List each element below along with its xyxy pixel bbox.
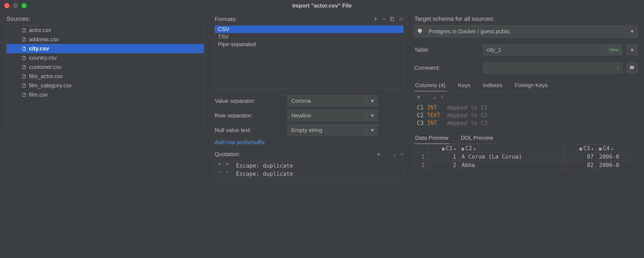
file-icon bbox=[22, 28, 26, 33]
source-item-label: film.csv bbox=[29, 92, 48, 98]
cell[interactable]: Abha bbox=[459, 161, 565, 169]
file-icon bbox=[22, 37, 26, 42]
add-format-icon[interactable]: + bbox=[374, 16, 378, 23]
preview-tab[interactable]: DDL Preview bbox=[460, 132, 494, 144]
file-icon bbox=[22, 55, 26, 61]
format-item[interactable]: TSV bbox=[215, 33, 403, 40]
column-header[interactable]: ▦C4◆ bbox=[596, 144, 637, 152]
quotation-add-icon[interactable]: + bbox=[377, 151, 380, 158]
file-icon bbox=[22, 46, 26, 52]
cell[interactable]: 1 bbox=[428, 152, 459, 161]
quotation-label: Quotation: bbox=[215, 151, 240, 158]
comment-label: Comment: bbox=[414, 64, 479, 71]
preview-tab[interactable]: Data Preview bbox=[414, 132, 449, 144]
maximize-window-button[interactable] bbox=[22, 3, 26, 8]
row-number: 2 bbox=[414, 161, 428, 169]
column-mapping-row[interactable]: C1 INT mapped to C1 bbox=[417, 104, 635, 112]
row-separator-value: Newline bbox=[288, 112, 367, 119]
svg-point-0 bbox=[419, 30, 419, 30]
cell[interactable]: 2 bbox=[428, 161, 459, 169]
tab[interactable]: Foreign Keys bbox=[514, 80, 548, 92]
svg-point-1 bbox=[420, 30, 421, 30]
sources-list[interactable]: actor.csvaddress.csvcity.csvcountry.csvc… bbox=[6, 25, 204, 130]
source-item-label: city.csv bbox=[29, 45, 49, 52]
tab[interactable]: Keys bbox=[457, 80, 472, 92]
quotation-item[interactable]: " " Escape: duplicate bbox=[215, 162, 403, 170]
column-up-icon: ▴ bbox=[433, 93, 436, 101]
data-preview-table[interactable]: ▦C1◆▦C2◆▦C3◆▦C4◆ 11A Corua (La Corua)872… bbox=[414, 144, 638, 169]
source-item[interactable]: address.csv bbox=[7, 35, 204, 44]
cell[interactable]: 2006-0 bbox=[596, 152, 637, 161]
chevron-down-icon: ▾ bbox=[626, 26, 637, 37]
format-item[interactable]: CSV bbox=[215, 26, 403, 33]
null-text-combo[interactable]: Empty string ▾ bbox=[288, 124, 378, 136]
column-icon: ▦ bbox=[599, 146, 602, 151]
file-icon bbox=[22, 83, 26, 88]
column-down-icon: ▾ bbox=[440, 93, 444, 101]
row-separator-combo[interactable]: Newline ▾ bbox=[288, 110, 378, 121]
remove-format-icon[interactable]: − bbox=[382, 16, 386, 23]
source-item[interactable]: country.csv bbox=[7, 53, 204, 62]
minimize-window-button[interactable] bbox=[13, 3, 18, 8]
cell[interactable]: A Corua (La Corua) bbox=[459, 152, 565, 161]
tab[interactable]: Columns (4) bbox=[414, 80, 446, 92]
value-separator-label: Value separator: bbox=[215, 98, 288, 104]
column-icon: ▦ bbox=[580, 146, 582, 151]
formats-list[interactable]: CSVTSVPipe-separated bbox=[215, 25, 404, 89]
quotation-list[interactable]: " " Escape: duplicate' ' Escape: duplica… bbox=[215, 162, 404, 178]
value-separator-value: Comma bbox=[288, 98, 367, 104]
column-add-icon[interactable]: + bbox=[417, 93, 421, 101]
column-mapping-row[interactable]: C3 INT mapped to C3 bbox=[417, 119, 635, 127]
comment-input[interactable]: ⤢ bbox=[483, 62, 622, 74]
window-title: Import "actor.csv" File bbox=[292, 2, 352, 9]
copy-format-icon[interactable] bbox=[390, 17, 394, 22]
table-row[interactable]: 11A Corua (La Corua)872006-0 bbox=[414, 152, 638, 161]
cell[interactable]: 87 bbox=[565, 152, 596, 161]
column-icon: ▦ bbox=[442, 146, 444, 151]
table-label: Table: bbox=[414, 46, 479, 53]
source-item-label: customer.csv bbox=[29, 64, 62, 70]
quotation-item[interactable]: ' ' Escape: duplicate bbox=[215, 170, 403, 178]
file-icon bbox=[22, 74, 26, 79]
table-row[interactable]: 22Abha822006-0 bbox=[414, 161, 638, 169]
postgres-icon bbox=[414, 28, 425, 34]
source-item[interactable]: actor.csv bbox=[7, 26, 204, 35]
chevron-down-icon: ▾ bbox=[367, 125, 378, 136]
source-item[interactable]: film_category.csv bbox=[7, 81, 204, 90]
table-dropdown-button[interactable]: ▾ bbox=[626, 44, 638, 56]
source-item-label: actor.csv bbox=[29, 27, 51, 34]
source-item[interactable]: city.csv bbox=[7, 44, 204, 53]
target-schema-combo[interactable]: Postgres in Docker / guest.public ▾ bbox=[414, 25, 638, 37]
add-prefix-suffix-link[interactable]: Add row prefix/suffix bbox=[215, 139, 404, 146]
source-item[interactable]: customer.csv bbox=[7, 62, 204, 72]
column-header[interactable]: ▦C2◆ bbox=[459, 144, 565, 152]
close-window-button[interactable] bbox=[4, 3, 10, 8]
file-icon bbox=[22, 92, 26, 98]
column-mapping-row[interactable]: C2 TEXT mapped to C2 bbox=[417, 112, 635, 119]
value-separator-combo[interactable]: Comma ▾ bbox=[288, 95, 378, 106]
column-header[interactable]: ▦C3◆ bbox=[565, 144, 596, 152]
table-name-value: city_1 bbox=[483, 46, 608, 53]
column-icon: ▦ bbox=[462, 146, 464, 151]
chevron-down-icon: ▾ bbox=[367, 110, 378, 121]
comment-action-button[interactable] bbox=[626, 62, 638, 74]
column-header[interactable]: ▦C1◆ bbox=[428, 144, 459, 152]
target-schema-value: Postgres in Docker / guest.public bbox=[425, 28, 626, 35]
quotation-up-icon: ▴ bbox=[393, 150, 396, 158]
source-item[interactable]: film.csv bbox=[7, 90, 204, 100]
tab[interactable]: Indexes bbox=[482, 80, 503, 92]
titlebar: Import "actor.csv" File bbox=[0, 0, 644, 11]
column-mapping-list[interactable]: C1 INT mapped to C1C2 TEXT mapped to C2C… bbox=[414, 102, 638, 128]
row-number-header bbox=[414, 144, 428, 152]
formats-label: Formats: bbox=[215, 16, 237, 22]
format-item[interactable]: Pipe-separated bbox=[215, 40, 403, 48]
cell[interactable]: 82 bbox=[565, 161, 596, 169]
null-text-value: Empty string bbox=[288, 127, 367, 134]
preview-tabs: Data PreviewDDL Preview bbox=[414, 132, 638, 144]
source-item-label: film_category.csv bbox=[29, 82, 72, 89]
cell[interactable]: 2006-0 bbox=[596, 161, 637, 169]
quotation-remove-icon: − bbox=[385, 151, 388, 158]
source-item[interactable]: film_actor.csv bbox=[7, 72, 204, 81]
null-text-label: Null value text: bbox=[215, 127, 288, 134]
table-name-input[interactable]: city_1 New bbox=[483, 44, 622, 56]
